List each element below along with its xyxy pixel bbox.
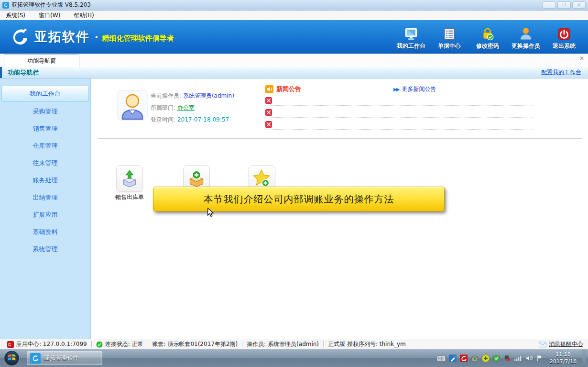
sidebar-item-system[interactable]: 系统管理	[0, 241, 90, 258]
app-center-text: 应用中心: 127.0.0.1:7099	[16, 340, 87, 348]
device-error-icon[interactable]	[503, 355, 511, 362]
start-button[interactable]	[4, 350, 20, 366]
operator-status: 操作员: 系统管理员(admin)	[242, 340, 323, 348]
taskbar-app-label: 亚拓管理软件	[44, 354, 78, 362]
content-divider	[98, 138, 582, 139]
change-password-button[interactable]: 修改密码	[468, 26, 507, 51]
sidebar-item-my-workspace[interactable]: 我的工作台	[1, 86, 89, 102]
clock-time: 11:18	[547, 351, 579, 358]
sidebar-item-warehouse[interactable]: 仓库管理	[0, 137, 90, 155]
more-news-link[interactable]: ▶▶ 更多新闻公告	[393, 85, 436, 93]
department-label: 所属部门:	[151, 104, 175, 111]
taskbar-app-button[interactable]: 亚拓管理软件	[27, 351, 102, 365]
news-item-icon	[265, 121, 272, 128]
brand-name: 亚拓软件	[34, 28, 90, 45]
box-plus-icon	[186, 168, 207, 189]
switch-operator-label: 更换操作员	[512, 42, 540, 50]
sidebar-item-extensions[interactable]: 扩展应用	[0, 206, 90, 223]
tab-function-navigation[interactable]: 功能导航窗	[4, 54, 79, 67]
brand-separator: ·	[95, 31, 98, 43]
login-time-label: 登录时间:	[151, 116, 175, 123]
news-item-icon	[265, 109, 272, 116]
app-logo-icon	[2, 2, 9, 9]
star-plus-icon	[252, 168, 272, 189]
sidebar-item-cashier[interactable]: 出纳管理	[0, 189, 90, 206]
status-bar: 应用中心: 127.0.0.1:7099 连接状态: 正常 账套: 演示帐套01…	[0, 339, 588, 349]
connection-text: 连接状态: 正常	[105, 340, 143, 348]
news-panel: 新闻公告 ▶▶ 更多新闻公告	[265, 84, 533, 130]
plugin-box-icon[interactable]	[471, 355, 479, 362]
double-arrow-icon: ▶▶	[393, 87, 399, 92]
show-desktop-button[interactable]	[582, 349, 587, 367]
sidebar-item-base-data[interactable]: 基础资料	[0, 223, 90, 241]
user-info: 当前操作员: 系统管理员(admin) 所属部门: 办公室 登录时间: 2017…	[151, 90, 234, 126]
exit-system-button[interactable]: 退出系统	[545, 26, 583, 51]
change-password-label: 修改密码	[476, 42, 499, 50]
my-workspace-button[interactable]: 我的工作台	[392, 26, 430, 51]
taskbar-clock[interactable]: 11:18 2017/7/18	[547, 351, 579, 366]
brand-block: 亚拓软件 · 精细化管理软件倡导者	[10, 27, 174, 47]
system-tray	[437, 355, 543, 362]
nav-title: 功能导航栏	[8, 68, 39, 77]
shortcut-sales-outbound[interactable]	[116, 165, 143, 192]
login-time-value: 2017-07-18 09:57	[177, 116, 229, 123]
exit-system-label: 退出系统	[553, 42, 576, 50]
shield-icon[interactable]	[493, 355, 500, 362]
mouse-cursor	[207, 208, 214, 218]
app-window: 亚拓管理软件专业版 V8.5.203 — ❐ ✕ 系统(S) 窗口(W) 帮助(…	[0, 0, 588, 367]
taskbar: 亚拓管理软件 11:18 2017/7/18	[0, 349, 588, 367]
keyboard-icon[interactable]	[437, 356, 446, 361]
restore-button[interactable]: ❐	[557, 1, 571, 9]
lock-check-icon	[480, 27, 495, 41]
switch-operator-button[interactable]: 更换操作员	[507, 26, 545, 51]
close-button[interactable]: ✕	[572, 1, 586, 9]
main-content: 当前操作员: 系统管理员(admin) 所属部门: 办公室 登录时间: 2017…	[91, 78, 588, 339]
minimize-button[interactable]: —	[543, 1, 556, 9]
app-center-status: 应用中心: 127.0.0.1:7099	[3, 340, 91, 348]
tutorial-banner: 本节我们介绍公司内部调账业务的操作方法	[153, 187, 445, 211]
yato-tray-icon[interactable]	[460, 355, 468, 362]
clock-date: 2017/7/18	[547, 358, 579, 366]
menu-help[interactable]: 帮助(H)	[74, 11, 94, 20]
operator-icon	[519, 27, 533, 41]
sidebar-item-sales[interactable]: 销售管理	[0, 120, 90, 137]
menu-system[interactable]: 系统(S)	[6, 11, 25, 20]
document-list-icon	[442, 27, 457, 41]
menu-window[interactable]: 窗口(W)	[39, 11, 60, 20]
message-center-link[interactable]: 消息提醒中心	[539, 340, 585, 348]
header-toolbar: 我的工作台 单据中心 修改密码 更换操作员 退出系统	[392, 26, 583, 51]
taskbar-app-icon	[30, 353, 41, 364]
message-center-label: 消息提醒中心	[549, 340, 583, 348]
monitor-icon	[404, 27, 418, 41]
account-set-status: 账套: 演示帐套01(2017年第2期)	[148, 340, 242, 348]
brand-logo-icon	[10, 27, 30, 47]
news-item-row[interactable]	[265, 118, 533, 130]
news-item-row[interactable]	[265, 106, 533, 118]
license-status: 正式版 授权序列号: think_ym	[324, 340, 410, 348]
operator-value: 系统管理员(admin)	[183, 92, 234, 99]
document-center-label: 单据中心	[438, 42, 461, 50]
document-center-button[interactable]: 单据中心	[430, 26, 468, 51]
circle-plus-icon[interactable]	[482, 355, 490, 362]
workspace-close-icon[interactable]: ✕	[579, 55, 584, 62]
brand-tagline: 精细化管理软件倡导者	[102, 34, 174, 43]
sidebar-item-accounting[interactable]: 账务处理	[0, 172, 90, 189]
app-center-logo-icon	[7, 341, 14, 348]
sidebar: 我的工作台 采购管理 销售管理 仓库管理 往来管理 账务处理 出纳管理 扩展应用…	[0, 78, 91, 339]
shortcut-sales-outbound-label: 销售出库单	[109, 193, 150, 201]
function-nav-bar: 功能导航栏 配置我的工作台	[0, 67, 588, 78]
department-value: 办公室	[177, 104, 195, 111]
network-icon[interactable]	[514, 355, 522, 361]
sidebar-item-contacts[interactable]: 往来管理	[0, 155, 90, 172]
menu-bar: 系统(S) 窗口(W) 帮助(H)	[0, 11, 588, 20]
configure-workspace-link[interactable]: 配置我的工作台	[541, 68, 581, 77]
tab-strip: 功能导航窗 ✕	[0, 54, 588, 67]
avatar	[117, 90, 148, 121]
title-bar: 亚拓管理软件专业版 V8.5.203 — ❐ ✕	[0, 0, 588, 11]
nav-accent-bar	[0, 67, 2, 78]
sidebar-item-purchasing[interactable]: 采购管理	[0, 103, 90, 120]
volume-icon[interactable]	[525, 355, 533, 361]
input-tool-icon[interactable]	[449, 355, 457, 362]
flag-icon[interactable]	[536, 355, 543, 362]
news-item-row[interactable]	[265, 94, 533, 106]
